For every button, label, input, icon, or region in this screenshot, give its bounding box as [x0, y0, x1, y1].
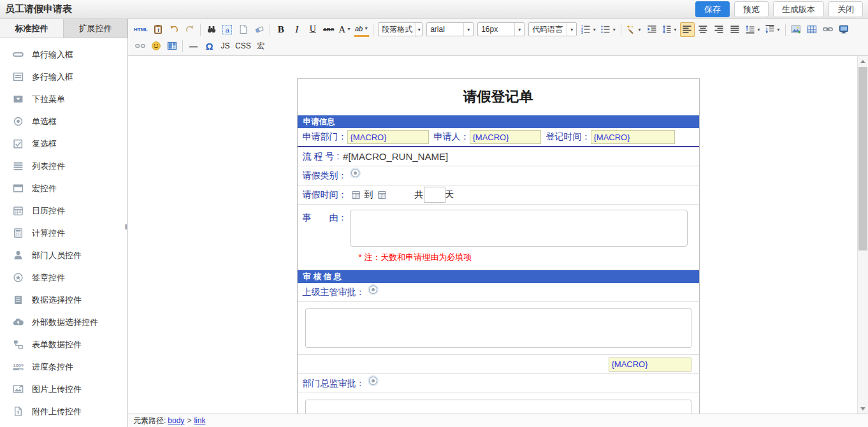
preview-button[interactable]: 预览 — [734, 1, 769, 17]
redo-button[interactable] — [182, 22, 197, 37]
ordered-list-button[interactable]: ▼ — [579, 22, 598, 37]
chevron-down-icon[interactable]: ▼ — [463, 23, 473, 36]
sidebar-item-progress-control[interactable]: 进度条控件 — [0, 356, 127, 378]
sidebar-item-dropdown-menu-icon — [13, 94, 24, 105]
special-char-button[interactable]: Ω — [202, 39, 217, 54]
days-input[interactable] — [424, 187, 445, 203]
indent-button[interactable] — [644, 22, 659, 37]
regtime-macro-input[interactable] — [591, 130, 675, 144]
close-button[interactable]: 关闭 — [828, 1, 863, 17]
strikethrough-button[interactable]: ABC — [321, 22, 336, 37]
replace-button[interactable]: a — [220, 22, 235, 37]
canvas-scrollbar[interactable] — [857, 56, 868, 414]
insert-link-button[interactable] — [821, 22, 835, 37]
director-radio[interactable] — [369, 377, 377, 385]
leave-type-radio[interactable] — [351, 169, 359, 177]
chevron-down-icon[interactable]: ▼ — [673, 27, 677, 32]
supervisor-radio[interactable] — [369, 286, 377, 294]
insert-image-button[interactable] — [789, 22, 804, 37]
line-height-button[interactable]: ▼ — [660, 22, 679, 37]
css-button[interactable]: CSS — [234, 39, 252, 54]
bullet-list-button[interactable]: ▼ — [599, 22, 618, 37]
chevron-down-icon[interactable]: ▼ — [364, 25, 368, 33]
sidebar-item-file-upload-control[interactable]: 附件上传控件 — [0, 400, 127, 423]
sidebar-item-dept-person-control[interactable]: 部门人员控件 — [0, 244, 127, 266]
reason-textarea[interactable] — [350, 210, 688, 247]
tab-standard-controls[interactable]: 标准控件 — [0, 19, 64, 38]
start-date-calendar-icon[interactable] — [351, 190, 361, 199]
sidebar-item-signature-control[interactable]: 签章控件 — [0, 266, 127, 289]
align-right-button[interactable] — [712, 22, 727, 37]
new-document-button[interactable] — [236, 22, 250, 37]
sidebar-splitter-handle[interactable]: ‖ — [124, 222, 128, 233]
editor-canvas[interactable]: 请假登记单 申请信息 申请部门： 申请人： 登记时间： 流 程 号 : #[MA… — [128, 56, 868, 414]
chevron-down-icon[interactable]: ▼ — [514, 23, 524, 36]
sidebar-item-calc-control[interactable]: 计算控件 — [0, 222, 127, 244]
eraser-button[interactable] — [252, 22, 266, 37]
layout-icon — [167, 41, 177, 51]
layout-button[interactable] — [164, 39, 179, 54]
paragraph-space-top-button[interactable]: ▼ — [744, 22, 762, 37]
sidebar-item-single-line-input[interactable]: 单行输入框 — [0, 43, 127, 66]
sidebar-item-image-upload-control[interactable]: 图片上传控件 — [0, 378, 127, 400]
align-justify-button[interactable] — [728, 22, 742, 37]
sidebar-item-form-data-control[interactable]: 表单数据控件 — [0, 333, 127, 356]
supervisor-comment-textarea[interactable] — [305, 308, 691, 348]
chevron-down-icon[interactable]: ▼ — [592, 27, 597, 32]
bold-button[interactable]: B — [273, 22, 288, 37]
applicant-macro-input[interactable] — [470, 130, 541, 144]
find-button[interactable] — [204, 22, 219, 37]
paragraph-space-bottom-button[interactable]: ▼ — [763, 22, 782, 37]
macro-button[interactable]: 宏 — [254, 39, 268, 54]
js-button[interactable]: JS — [218, 39, 233, 54]
sidebar-item-calendar-control[interactable]: 日历控件 — [0, 199, 127, 222]
supervisor-macro-input[interactable] — [609, 358, 691, 372]
paste-text-button[interactable] — [150, 22, 165, 37]
chevron-down-icon[interactable]: ▼ — [756, 27, 761, 32]
italic-button[interactable]: I — [289, 22, 304, 37]
scrollbar-up-arrow[interactable] — [858, 56, 868, 66]
undo-button[interactable] — [166, 22, 181, 37]
emoticon-button[interactable] — [148, 39, 163, 54]
format-brush-button[interactable]: ▼ — [625, 22, 643, 37]
unlink-button[interactable] — [133, 39, 147, 54]
chevron-down-icon[interactable]: ▼ — [567, 23, 576, 36]
align-left-button[interactable] — [680, 22, 695, 37]
save-button[interactable]: 保存 — [695, 1, 730, 17]
chevron-down-icon[interactable]: ▼ — [612, 27, 616, 32]
chevron-down-icon[interactable]: ▼ — [776, 27, 781, 32]
sidebar-item-multi-line-input[interactable]: 多行输入框 — [0, 66, 127, 88]
sidebar-item-radio[interactable]: 单选框 — [0, 110, 127, 133]
sidebar-item-data-select-control[interactable]: 数据选择控件 — [0, 289, 127, 311]
chevron-down-icon[interactable]: ▼ — [416, 23, 422, 36]
element-path-body-link[interactable]: body — [168, 416, 184, 425]
underline-button[interactable]: U — [305, 22, 320, 37]
insert-table-button[interactable] — [805, 22, 820, 37]
scrollbar-down-arrow[interactable] — [858, 403, 868, 414]
director-comment-textarea[interactable] — [305, 400, 691, 414]
generate-version-button[interactable]: 生成版本 — [773, 1, 824, 17]
horizontal-rule-button[interactable]: — — [186, 39, 201, 54]
font-family-select[interactable]: arial▼ — [426, 22, 474, 36]
element-path-link-link[interactable]: link — [194, 416, 205, 425]
chevron-down-icon[interactable]: ▼ — [347, 27, 351, 32]
font-color-button[interactable]: A▼ — [337, 22, 352, 37]
align-center-button[interactable] — [696, 22, 711, 37]
code-language-select[interactable]: 代码语言▼ — [528, 22, 577, 36]
sidebar-item-external-data-control[interactable]: 外部数据选择控件 — [0, 311, 127, 333]
paragraph-format-select[interactable]: 段落格式▼ — [378, 22, 423, 36]
sidebar-item-list-control[interactable]: 列表控件 — [0, 155, 127, 177]
html-source-button[interactable]: HTML — [133, 22, 149, 37]
dept-macro-input[interactable] — [347, 130, 429, 144]
sidebar-item-macro-control[interactable]: 宏控件 — [0, 177, 127, 199]
font-size-select[interactable]: 16px▼ — [477, 22, 524, 36]
sidebar-item-dropdown-menu[interactable]: 下拉菜单 — [0, 88, 127, 110]
fullscreen-button[interactable] — [837, 22, 851, 37]
scrollbar-thumb[interactable] — [858, 67, 867, 250]
highlight-button[interactable]: ab▼ — [354, 22, 370, 37]
end-date-calendar-icon[interactable] — [377, 190, 387, 199]
sidebar-item-checkbox[interactable]: 复选框 — [0, 133, 127, 155]
tab-extended-controls[interactable]: 扩展控件 — [64, 19, 127, 38]
sidebar-item-label: 日历控件 — [32, 205, 65, 217]
chevron-down-icon[interactable]: ▼ — [637, 27, 642, 32]
